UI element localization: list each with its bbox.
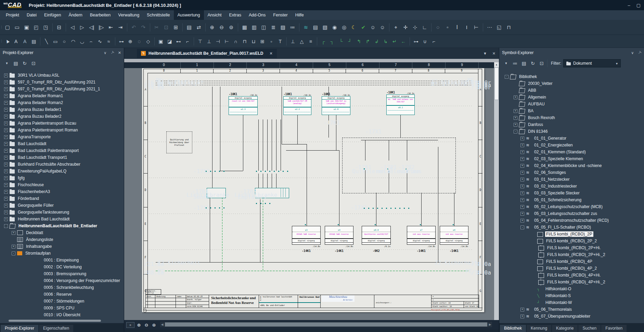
zoom-out-icon[interactable]: ⊖ bbox=[217, 23, 227, 32]
page-last-icon[interactable]: |▷ bbox=[96, 23, 106, 32]
tree-item[interactable]: 0010 : I/O Übersicht bbox=[0, 311, 124, 318]
wire-down-left-icon[interactable]: ↲ bbox=[372, 37, 381, 46]
new-file-icon[interactable]: ▢ bbox=[3, 23, 12, 32]
tree-item[interactable]: + 01_01_Generator bbox=[499, 135, 644, 142]
menu-item[interactable]: Hilfe bbox=[292, 10, 308, 20]
tree-item[interactable]: 0006 : Reserve bbox=[0, 291, 124, 298]
expander-icon[interactable]: + bbox=[520, 308, 524, 311]
tree-item[interactable]: + Agrana Palettentransport Buzau bbox=[0, 120, 124, 127]
expander-icon[interactable]: + bbox=[4, 149, 8, 153]
tree-item[interactable]: + 01_02_Energiezellen bbox=[499, 142, 644, 149]
scroll-left-arrow[interactable]: ◀ bbox=[160, 322, 164, 327]
tree-item[interactable]: 0007 : Störmeldungen bbox=[0, 298, 124, 305]
tree-item[interactable]: FI/LS kombi_(RCBO)_2P+Hi. bbox=[499, 244, 644, 251]
page-first-icon[interactable]: ◁| bbox=[87, 23, 96, 32]
expander-icon[interactable]: + bbox=[520, 178, 524, 181]
expander-icon[interactable]: + bbox=[520, 171, 524, 175]
tree-item[interactable]: + Inhaltsangabe bbox=[0, 243, 124, 250]
pin-icon[interactable]: ⊤ bbox=[637, 50, 642, 55]
expander-icon[interactable]: - bbox=[520, 226, 524, 229]
rect-tool-icon[interactable]: ▭ bbox=[51, 37, 60, 46]
toolbar-icon[interactable] bbox=[317, 37, 317, 46]
expander-icon[interactable]: + bbox=[4, 142, 8, 146]
wire-up-left-icon[interactable]: ↰ bbox=[355, 37, 363, 46]
arc2-tool-icon[interactable]: ◡ bbox=[78, 37, 87, 46]
tree-item[interactable]: Hilfskontakt-S bbox=[499, 292, 644, 299]
menu-item[interactable]: Datei bbox=[23, 10, 40, 20]
expander-icon[interactable]: + bbox=[4, 210, 8, 214]
ellipse-tool-icon[interactable]: ◌ bbox=[135, 37, 144, 46]
wire-down-right-icon[interactable]: ↳ bbox=[381, 37, 390, 46]
levels-icon[interactable]: ≋ bbox=[301, 23, 311, 32]
tree-item[interactable]: 0002 : DC Verteilung bbox=[0, 264, 124, 270]
scroll-thumb[interactable] bbox=[165, 322, 487, 327]
expander-icon[interactable]: - bbox=[12, 252, 15, 255]
wire-corner-ne-icon[interactable]: ┐ bbox=[328, 37, 337, 46]
tree-item[interactable]: + 597_0_Trumpf_RR_Ditz_Ausführung 2021 bbox=[0, 79, 124, 86]
tree-item[interactable]: - HeilbrunnenBadLauchstädt Be_Entlader bbox=[0, 222, 124, 229]
scroll-thumb[interactable] bbox=[9, 320, 101, 322]
panel-tab[interactable]: Projekt-Explorer bbox=[1, 325, 38, 332]
tree-item[interactable]: FI/LS kombi_(RCBO)_2P bbox=[499, 231, 644, 238]
bridge-icon[interactable]: ⊔ bbox=[249, 37, 258, 46]
tree-item[interactable]: + Georgsquelle Füller bbox=[0, 202, 124, 209]
expander-icon[interactable]: + bbox=[520, 164, 524, 168]
digital-output-block[interactable]: -10K1 /10.3n digital ausgang reset LS vo… bbox=[229, 96, 258, 115]
toolbar-icon[interactable] bbox=[182, 23, 183, 31]
zoom-fit-icon[interactable]: ⊛ bbox=[150, 322, 158, 328]
terminal-left-icon[interactable]: ⊣ bbox=[214, 37, 222, 46]
expander-icon[interactable]: + bbox=[4, 128, 8, 132]
save-as-icon[interactable]: ◳ bbox=[41, 23, 51, 32]
expander-icon[interactable]: + bbox=[4, 122, 8, 125]
zoom-window-icon[interactable]: ▫ bbox=[126, 322, 134, 328]
canvas-vscrollbar[interactable]: ▲ bbox=[494, 62, 499, 320]
cut-icon[interactable]: ✂ bbox=[152, 23, 162, 32]
refresh-icon[interactable]: ↻ bbox=[21, 61, 28, 66]
tree-item[interactable]: + Danfoss bbox=[499, 121, 644, 128]
potential-icon[interactable]: △ bbox=[297, 37, 306, 46]
expander-icon[interactable]: + bbox=[4, 135, 8, 139]
tree-item[interactable]: + Bad Lauchstädt bbox=[0, 140, 124, 147]
expander-icon[interactable]: + bbox=[520, 157, 524, 161]
menu-item[interactable]: Bearbeiten bbox=[86, 10, 114, 20]
toolbar-icon[interactable] bbox=[150, 23, 150, 31]
panel-tab[interactable]: Bibliothek bbox=[500, 325, 526, 332]
expander-icon[interactable]: + bbox=[4, 87, 8, 91]
toolbar-icon[interactable] bbox=[286, 37, 287, 46]
frame-select-icon[interactable]: ◱ bbox=[494, 23, 504, 32]
tree-item[interactable]: + BA bbox=[499, 107, 644, 114]
pi-icon[interactable]: ⊓ bbox=[504, 23, 514, 32]
night-mode-icon[interactable]: ☾ bbox=[349, 23, 359, 32]
expander-icon[interactable]: + bbox=[4, 183, 8, 187]
copy-icon[interactable]: ⊡ bbox=[538, 61, 545, 66]
digital-output-block[interactable]: -10K1 /10.3n digital ausgang mi. SmB und… bbox=[386, 94, 415, 115]
toolbar-icon[interactable] bbox=[238, 23, 238, 31]
expander-icon[interactable]: + bbox=[520, 150, 524, 154]
beam-icon[interactable]: Ι bbox=[462, 23, 472, 32]
expander-icon[interactable]: + bbox=[514, 123, 517, 127]
expander-icon[interactable]: + bbox=[514, 95, 517, 99]
frame-icon[interactable]: ◫ bbox=[259, 23, 269, 32]
tree-item[interactable]: - Stromlaufplan bbox=[0, 250, 124, 257]
expander-icon[interactable]: + bbox=[520, 137, 524, 140]
lasso-icon[interactable]: ◌ bbox=[433, 23, 443, 32]
menu-item[interactable]: Extras bbox=[226, 10, 245, 20]
image2-tool-icon[interactable]: ◪ bbox=[165, 37, 174, 46]
tree-item[interactable]: + 597_0_Trumpf_RR_Ditz_Ausführung 2021_1 bbox=[0, 86, 124, 92]
text-tool-icon[interactable]: A bbox=[12, 37, 21, 46]
tree-item[interactable]: - Bibliothek bbox=[499, 73, 644, 80]
tree-item[interactable]: FI/LS kombi_(RCBO)_4P+Hi._2 bbox=[499, 279, 644, 285]
tree-item[interactable]: + 02_04_Klemmenblöcke und -schiene bbox=[499, 162, 644, 169]
measure-icon[interactable]: ⊢ bbox=[472, 23, 481, 32]
paste-icon[interactable]: ⊞ bbox=[171, 23, 181, 32]
expander-icon[interactable]: + bbox=[520, 198, 524, 202]
tree-item[interactable]: + 05_04_Fehlerstromschutzschalter (RCD) bbox=[499, 217, 644, 224]
menu-item[interactable]: Verwaltung bbox=[114, 10, 143, 20]
expander-icon[interactable]: + bbox=[4, 190, 8, 194]
list-icon[interactable]: ≔ bbox=[288, 23, 297, 32]
text-t-icon[interactable]: T bbox=[276, 37, 285, 46]
filter-settings-icon[interactable]: ≔ bbox=[512, 61, 518, 66]
tree-item[interactable]: + Fischschleuse bbox=[0, 181, 124, 188]
expander-icon[interactable]: + bbox=[4, 163, 8, 166]
tree-item[interactable]: FI/LS kombi_(RCBO)_2P+Hi._2 bbox=[499, 251, 644, 258]
